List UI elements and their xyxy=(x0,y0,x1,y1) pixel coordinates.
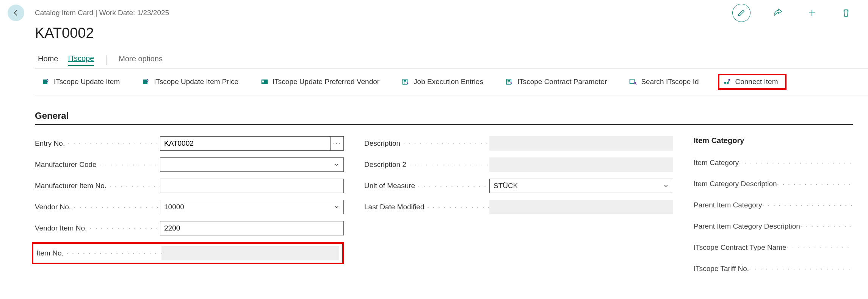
tab-itscope[interactable]: ITscope xyxy=(68,54,94,66)
label-manufacturer-item-no: Manufacturer Item No. xyxy=(35,182,160,190)
assist-entry-no[interactable]: ··· xyxy=(331,136,344,151)
share-icon xyxy=(773,8,782,17)
list-edit-icon xyxy=(505,78,514,86)
label-last-modified: Last Date Modified xyxy=(364,203,489,211)
new-button[interactable] xyxy=(805,6,819,20)
field-manufacturer-code: Manufacturer Code xyxy=(35,157,344,172)
tabs-divider xyxy=(106,55,107,65)
label-entry-no: Entry No. xyxy=(35,139,160,148)
input-manufacturer-item-no[interactable] xyxy=(160,179,344,193)
side-heading-item-category: Item Category xyxy=(694,136,853,145)
label-description2: Description 2 xyxy=(364,160,489,169)
svg-rect-6 xyxy=(630,79,635,84)
search-list-icon xyxy=(629,78,637,86)
action-connect-item[interactable]: Connect Item xyxy=(718,74,787,90)
field-manufacturer-item-no: Manufacturer Item No. xyxy=(35,179,344,193)
input-entry-no[interactable] xyxy=(160,136,331,151)
readonly-item-no xyxy=(161,246,339,260)
chevron-down-icon xyxy=(334,162,340,168)
label-manufacturer-code: Manufacturer Code xyxy=(35,160,160,169)
refresh-box-icon xyxy=(142,78,150,86)
side-parent-item-category[interactable]: Parent Item Category xyxy=(694,198,853,212)
side-tariff-no[interactable]: ITscope Tariff No. xyxy=(694,262,853,276)
field-entry-no: Entry No. ··· xyxy=(35,136,344,151)
plus-icon xyxy=(807,8,816,17)
page-title: KAT0002 xyxy=(0,22,868,41)
breadcrumb: Catalog Item Card | Work Date: 1/23/2025 xyxy=(35,9,169,17)
chevron-down-icon xyxy=(663,183,669,189)
label-item-no: Item No. xyxy=(36,249,161,257)
delete-button[interactable] xyxy=(839,6,853,20)
select-manufacturer-code[interactable] xyxy=(160,157,344,172)
action-search-id[interactable]: Search ITscope Id xyxy=(626,76,702,87)
action-job-entries[interactable]: Job Execution Entries xyxy=(398,76,486,87)
field-last-modified: Last Date Modified xyxy=(364,200,673,214)
action-update-price[interactable]: ITscope Update Item Price xyxy=(139,76,241,87)
side-parent-item-category-desc[interactable]: Parent Item Category Description xyxy=(694,219,853,234)
field-uom: Unit of Measure STÜCK xyxy=(364,179,673,193)
section-general-title: General xyxy=(35,111,868,121)
card-icon xyxy=(260,78,269,86)
connect-icon xyxy=(723,78,732,86)
more-options[interactable]: More options xyxy=(119,55,163,65)
input-vendor-item-no[interactable] xyxy=(160,221,344,235)
pencil-icon xyxy=(737,8,746,17)
field-vendor-no: Vendor No. 10000 xyxy=(35,200,344,214)
readonly-description2 xyxy=(489,157,673,172)
field-vendor-item-no: Vendor Item No. xyxy=(35,221,344,235)
list-edit-icon xyxy=(401,78,410,86)
refresh-box-icon xyxy=(42,78,50,86)
field-description2: Description 2 xyxy=(364,157,673,172)
tab-home[interactable]: Home xyxy=(38,55,58,65)
share-button[interactable] xyxy=(771,6,785,20)
action-update-item[interactable]: ITscope Update Item xyxy=(39,76,123,87)
chevron-down-icon xyxy=(334,204,340,210)
svg-rect-3 xyxy=(262,81,264,83)
label-description: Description xyxy=(364,139,489,148)
edit-button[interactable] xyxy=(732,4,750,22)
back-button[interactable] xyxy=(8,5,24,21)
select-vendor-no[interactable]: 10000 xyxy=(160,200,344,214)
action-update-vendor[interactable]: ITscope Update Preferred Vendor xyxy=(257,76,382,87)
side-contract-type[interactable]: ITscope Contract Type Name xyxy=(694,240,853,255)
svg-point-10 xyxy=(728,79,730,81)
side-item-category[interactable]: Item Category xyxy=(694,156,853,170)
select-uom[interactable]: STÜCK xyxy=(489,179,673,193)
readonly-last-modified xyxy=(489,200,673,214)
field-description: Description xyxy=(364,136,673,151)
label-uom: Unit of Measure xyxy=(364,182,489,190)
readonly-description xyxy=(489,136,673,151)
side-item-category-desc[interactable]: Item Category Description xyxy=(694,177,853,191)
arrow-left-icon xyxy=(12,9,20,17)
action-contract-param[interactable]: ITscope Contract Parameter xyxy=(502,76,610,87)
svg-rect-8 xyxy=(724,82,726,84)
label-vendor-no: Vendor No. xyxy=(35,203,160,211)
label-vendor-item-no: Vendor Item No. xyxy=(35,224,160,232)
trash-icon xyxy=(841,8,851,17)
field-item-no: Item No. xyxy=(32,242,344,264)
